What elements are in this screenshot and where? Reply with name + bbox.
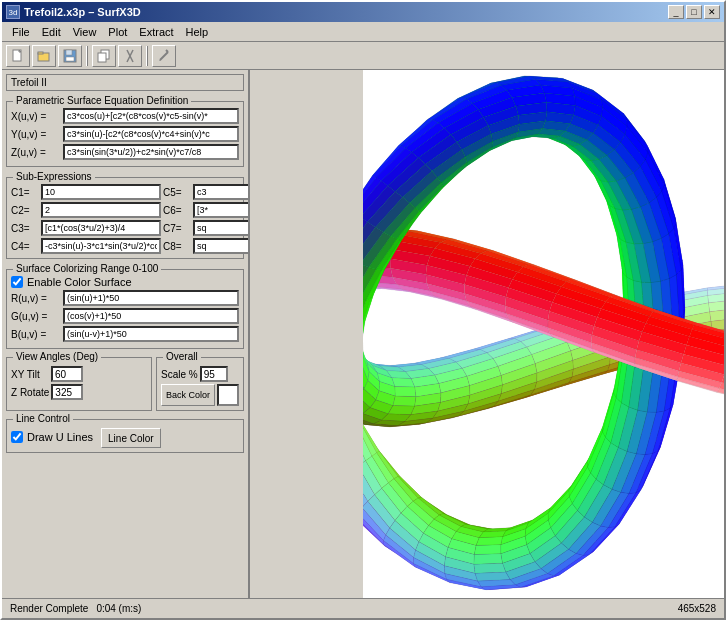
c6-row: C6= [163, 202, 250, 218]
scale-label: Scale % [161, 369, 198, 380]
maximize-button[interactable]: □ [686, 5, 702, 19]
c3-row: C3= [11, 220, 161, 236]
draw-u-checkbox[interactable] [11, 431, 23, 443]
c8-row: C8= [163, 238, 250, 254]
c8-input[interactable] [193, 238, 250, 254]
c5-row: C5= [163, 184, 250, 200]
g-input[interactable] [63, 308, 239, 324]
menu-view[interactable]: View [67, 24, 103, 40]
z-rotate-label: Z Rotate [11, 387, 49, 398]
view-angles-box: View Angles (Deg) XY Tilt Z Rotate [6, 357, 152, 411]
new-button[interactable] [6, 45, 30, 67]
back-color-swatch[interactable] [217, 384, 239, 406]
c6-label: C6= [163, 205, 191, 216]
dimensions: 465x528 [678, 603, 716, 614]
menu-plot[interactable]: Plot [102, 24, 133, 40]
c4-row: C4= [11, 238, 161, 254]
open-button[interactable] [32, 45, 56, 67]
menu-edit[interactable]: Edit [36, 24, 67, 40]
x-label: X(u,v) = [11, 111, 63, 122]
y-input[interactable] [63, 126, 239, 142]
close-button[interactable]: ✕ [704, 5, 720, 19]
svg-rect-6 [66, 57, 74, 61]
app-icon: 3d [6, 5, 20, 19]
minimize-button[interactable]: _ [668, 5, 684, 19]
menu-file[interactable]: File [6, 24, 36, 40]
c7-row: C7= [163, 220, 250, 236]
c7-input[interactable] [193, 220, 250, 236]
c1-label: C1= [11, 187, 39, 198]
render-time: 0:04 (m:s) [96, 603, 141, 614]
scale-input[interactable] [200, 366, 228, 382]
status-left: Render Complete 0:04 (m:s) [10, 603, 141, 614]
enable-color-checkbox[interactable] [11, 276, 23, 288]
c6-input[interactable] [193, 202, 250, 218]
z-equation-row: Z(u,v) = [11, 144, 239, 160]
overall-box: Overall Scale % Back Color [156, 357, 244, 411]
main-content: Trefoil II Parametric Surface Equation D… [2, 70, 724, 598]
c4-label: C4= [11, 241, 39, 252]
r-input[interactable] [63, 290, 239, 306]
view-angles-label: View Angles (Deg) [13, 351, 101, 362]
c2-input[interactable] [41, 202, 161, 218]
x-equation-row: X(u,v) = [11, 108, 239, 124]
line-color-button[interactable]: Line Color [101, 428, 161, 448]
sub-grid: C1= C5= C2= [11, 184, 239, 254]
x-input[interactable] [63, 108, 239, 124]
svg-rect-5 [66, 50, 72, 55]
b-row: B(u,v) = [11, 326, 239, 342]
z-rotate-row: Z Rotate [11, 384, 147, 400]
back-color-button[interactable]: Back Color [161, 384, 215, 406]
scale-row: Scale % [161, 366, 239, 382]
parametric-group: Parametric Surface Equation Definition X… [6, 101, 244, 167]
enable-color-label: Enable Color Surface [27, 276, 132, 288]
parametric-label: Parametric Surface Equation Definition [13, 95, 191, 106]
c3-input[interactable] [41, 220, 161, 236]
menu-help[interactable]: Help [180, 24, 215, 40]
c4-input[interactable] [41, 238, 161, 254]
draw-u-label: Draw U Lines [27, 431, 93, 443]
copy-button[interactable] [92, 45, 116, 67]
menu-extract[interactable]: Extract [133, 24, 179, 40]
coloring-label: Surface Colorizing Range 0-100 [13, 263, 161, 274]
window-title: Trefoil2.x3p – SurfX3D [24, 6, 141, 18]
save-button[interactable] [58, 45, 82, 67]
c5-input[interactable] [193, 184, 250, 200]
y-label: Y(u,v) = [11, 129, 63, 140]
r-label: R(u,v) = [11, 293, 63, 304]
xy-tilt-row: XY Tilt [11, 366, 147, 382]
b-label: B(u,v) = [11, 329, 63, 340]
left-panel: Trefoil II Parametric Surface Equation D… [2, 70, 250, 598]
overall-inner: Scale % Back Color [161, 366, 239, 406]
c1-row: C1= [11, 184, 161, 200]
status-bar: Render Complete 0:04 (m:s) 465x528 [2, 598, 724, 618]
3d-canvas[interactable] [363, 70, 724, 598]
c2-label: C2= [11, 205, 39, 216]
z-input[interactable] [63, 144, 239, 160]
g-label: G(u,v) = [11, 311, 63, 322]
y-equation-row: Y(u,v) = [11, 126, 239, 142]
c8-label: C8= [163, 241, 191, 252]
view-angles-section: View Angles (Deg) XY Tilt Z Rotate [6, 357, 244, 411]
c1-input[interactable] [41, 184, 161, 200]
toolbar-sep-1 [86, 46, 88, 66]
overall-label: Overall [163, 351, 201, 362]
c3-label: C3= [11, 223, 39, 234]
cut-button[interactable] [118, 45, 142, 67]
b-input[interactable] [63, 326, 239, 342]
coloring-group: Surface Colorizing Range 0-100 Enable Co… [6, 269, 244, 349]
toolbar-sep-2 [146, 46, 148, 66]
z-label: Z(u,v) = [11, 147, 63, 158]
scroll-wrapper: Trefoil II Parametric Surface Equation D… [2, 70, 363, 598]
line-control-inner: Draw U Lines Line Color [11, 428, 239, 448]
view-panel [363, 70, 724, 598]
z-rotate-input[interactable] [51, 384, 83, 400]
pencil-button[interactable] [152, 45, 176, 67]
r-row: R(u,v) = [11, 290, 239, 306]
sub-expressions-group: Sub-Expressions C1= C5= C2= [6, 177, 244, 259]
xy-tilt-input[interactable] [51, 366, 83, 382]
title-bar: 3d Trefoil2.x3p – SurfX3D _ □ ✕ [2, 2, 724, 22]
back-color-row: Back Color [161, 384, 239, 406]
c5-label: C5= [163, 187, 191, 198]
toolbar [2, 42, 724, 70]
